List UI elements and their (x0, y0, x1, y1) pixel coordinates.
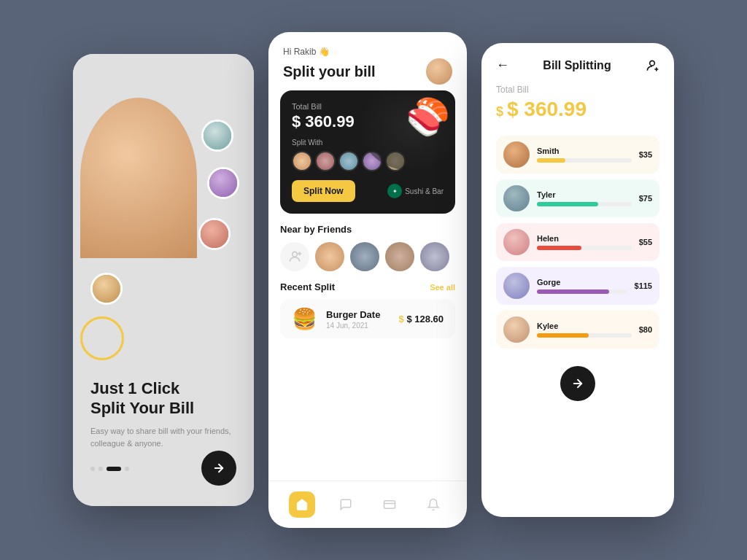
tyler-bar (537, 202, 598, 206)
floating-avatar-1 (201, 120, 233, 152)
avatar-smith (503, 141, 530, 168)
greeting-text: Hi Rakib 👋 (283, 47, 452, 57)
card2-title-row: Split your bill (283, 58, 452, 85)
restaurant-name: Sushi & Bar (405, 187, 444, 195)
avatar-tyler (503, 185, 530, 211)
nav-wallet[interactable] (376, 491, 403, 518)
floating-avatar-4 (90, 273, 123, 305)
split-now-button[interactable]: Split Now (292, 180, 355, 202)
smith-info: Smith (537, 147, 632, 163)
avatar-helen (503, 229, 530, 255)
card1-subtitle: Easy way to share bill with your friends… (90, 425, 236, 449)
see-all-link[interactable]: See all (430, 283, 455, 292)
helen-name: Helen (537, 234, 632, 243)
kylee-name: Kylee (537, 322, 632, 330)
split-avatar-1 (292, 151, 312, 171)
card2-main-title: Split your bill (283, 63, 376, 80)
kylee-bar-bg (537, 333, 632, 338)
recent-item-amount: $ $ 128.60 (399, 314, 444, 324)
gorge-amount: $115 (635, 281, 652, 290)
recent-item[interactable]: 🍔 Burger Date 14 Jun, 2021 $ $ 128.60 (280, 300, 455, 338)
dollar-sign: $ (399, 314, 407, 324)
nearby-friend-1[interactable] (315, 242, 344, 271)
helen-bar-bg (537, 246, 632, 250)
dot-4 (125, 467, 129, 471)
card3-header: ← Bill Splitting (496, 58, 659, 73)
nearby-section-label: Near by Friends (268, 224, 467, 242)
gorge-info: Gorge (537, 278, 627, 294)
nav-home[interactable] (289, 491, 315, 518)
nearby-friend-3[interactable] (385, 242, 414, 271)
next-button[interactable] (201, 451, 236, 486)
sushi-banner: 🍣 Total Bill $ 360.99 Split With Split N… (280, 90, 455, 214)
back-button[interactable]: ← (496, 58, 509, 73)
restaurant-info: ✦ Sushi & Bar (387, 184, 444, 198)
svg-rect-4 (384, 501, 395, 509)
gorge-bar-bg (537, 289, 627, 294)
smith-bar (537, 158, 565, 163)
total-dollar: $ (496, 104, 507, 119)
card3-title: Bill Splitting (543, 59, 611, 72)
person-row-helen: Helen $55 (496, 223, 659, 261)
smith-bar-bg (537, 158, 632, 163)
proceed-button[interactable] (560, 366, 595, 401)
nearby-friend-4[interactable] (420, 242, 449, 271)
tyler-amount: $75 (639, 194, 652, 203)
add-friend-button[interactable] (280, 242, 309, 271)
person-row-kylee: Kylee $80 (496, 311, 659, 349)
tyler-name: Tyler (537, 190, 632, 199)
kylee-amount: $80 (639, 325, 652, 334)
total-bill-label: Total Bill (496, 85, 659, 95)
smith-amount: $35 (639, 150, 652, 159)
smith-name: Smith (537, 147, 632, 155)
floating-avatar-2 (207, 167, 239, 199)
kylee-info: Kylee (537, 322, 632, 338)
split-now-row: Split Now ✦ Sushi & Bar (292, 180, 444, 202)
dot-3-active (107, 467, 121, 471)
nav-notifications[interactable] (420, 491, 446, 518)
helen-info: Helen (537, 234, 632, 250)
recent-item-name: Burger Date (326, 309, 380, 320)
gorge-name: Gorge (537, 278, 627, 287)
nearby-friends-row (268, 242, 467, 281)
person-photo (80, 98, 197, 258)
recent-split-header: Recent Split See all (268, 281, 467, 300)
recent-section-label: Recent Split (280, 281, 335, 292)
svg-point-6 (650, 61, 655, 66)
split-avatar-3 (338, 151, 359, 171)
yellow-ring-decoration (80, 316, 124, 360)
tyler-info: Tyler (537, 190, 632, 206)
split-bill-card: Hi Rakib 👋 Split your bill 🍣 Total Bill … (268, 32, 467, 528)
gorge-bar (537, 289, 609, 294)
dot-2 (98, 467, 103, 471)
main-person-image (80, 98, 197, 258)
nav-chat[interactable] (333, 491, 359, 518)
card1-title: Just 1 ClickSplit Your Bill (90, 379, 236, 418)
user-manage-icon[interactable] (645, 58, 659, 73)
svg-point-1 (293, 252, 298, 257)
person-row-gorge: Gorge $115 (496, 267, 659, 305)
starbucks-icon: ✦ (387, 184, 402, 198)
card2-header: Hi Rakib 👋 Split your bill (268, 32, 467, 90)
total-bill-amount: $ $ 360.99 (496, 98, 659, 121)
user-avatar[interactable] (426, 58, 452, 85)
dot-1 (90, 467, 95, 471)
bottom-navigation (268, 481, 467, 528)
tyler-bar-bg (537, 202, 632, 206)
nearby-friend-2[interactable] (350, 242, 379, 271)
helen-amount: $55 (639, 238, 652, 246)
split-avatar-2 (315, 151, 336, 171)
bill-splitting-card: ← Bill Splitting Total Bill $ $ 360.99 S… (481, 43, 674, 517)
helen-bar (537, 246, 581, 250)
person-row-smith: Smith $35 (496, 136, 659, 174)
kylee-bar (537, 333, 589, 338)
onboarding-card: Just 1 ClickSplit Your Bill Easy way to … (73, 54, 254, 506)
avatar-kylee (503, 316, 530, 343)
burger-icon: 🍔 (292, 307, 317, 331)
recent-item-date: 14 Jun, 2021 (326, 322, 380, 330)
recent-item-info: Burger Date 14 Jun, 2021 (326, 309, 380, 330)
avatar-gorge (503, 273, 530, 299)
floating-avatar-3 (198, 218, 231, 250)
person-row-tyler: Tyler $75 (496, 179, 659, 217)
